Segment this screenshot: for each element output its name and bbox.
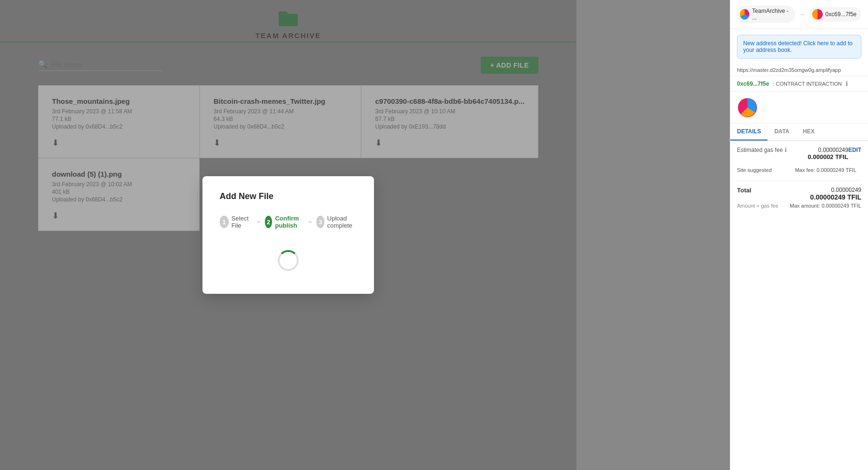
mm-details: EDIT Estimated gas fee ℹ 0.00000249 0.00…	[730, 141, 868, 470]
address-detection-banner[interactable]: New address detected! Click here to add …	[737, 35, 861, 59]
max-amount-value: 0.00000249 TFIL	[821, 203, 861, 209]
gas-fee-sub: 0.000002 TFIL	[799, 153, 848, 160]
total-values: 0.00000249 0.00000249 TFIL	[775, 187, 861, 201]
step-connector-2	[309, 221, 312, 222]
site-suggested-row: Site suggested Max fee: 0.00000249 TFIL	[737, 167, 861, 173]
step-3: 3 Upload complete	[316, 215, 357, 229]
contract-row: 0xc69...7f5e : CONTRACT INTERACTION ℹ	[730, 76, 868, 91]
step-number-1: 1	[222, 219, 226, 226]
step-number-3: 3	[319, 219, 322, 226]
total-row: Total 0.00000249 0.00000249 TFIL	[737, 187, 861, 201]
mm-topbar: TeamArchive - ... → 0xc69...7f5e	[730, 0, 868, 29]
contract-address: 0xc69...7f5e	[737, 80, 769, 87]
amount-gas-row: Amount + gas fee Max amount: 0.00000249 …	[737, 203, 861, 209]
stepper: 1 Select File 2 Confirm publish 3 Upl	[220, 215, 357, 229]
modal-overlay: Add New File 1 Select File 2 Confirm pub…	[0, 0, 576, 470]
step-label-3: Upload complete	[327, 215, 357, 229]
edit-link[interactable]: EDIT	[848, 147, 861, 153]
arrow-right-icon: →	[799, 10, 806, 18]
gas-fee-label: Estimated gas fee ℹ	[737, 147, 799, 153]
gas-fee-info-icon[interactable]: ℹ	[785, 147, 787, 153]
tab-details[interactable]: DETAILS	[730, 123, 767, 140]
contract-avatar	[812, 9, 823, 20]
step-circle-1: 1	[220, 216, 229, 228]
modal-title: Add New File	[220, 191, 357, 201]
tab-data[interactable]: DATA	[767, 123, 796, 140]
mm-account-pill[interactable]: TeamArchive - ...	[737, 6, 795, 23]
tab-hex[interactable]: HEX	[796, 123, 821, 140]
step-label-2: Confirm publish	[275, 215, 303, 229]
main-content: TEAM ARCHIVE 🔍 + ADD FILE Those_mountain…	[0, 0, 576, 470]
total-label: Total	[737, 187, 775, 194]
max-fee-label: Max fee:	[795, 167, 815, 173]
contract-pill-label: 0xc69...7f5e	[826, 11, 857, 18]
loading-spinner	[220, 246, 357, 275]
gas-fee-main: 0.00000249	[799, 147, 848, 153]
step-1: 1 Select File	[220, 215, 252, 229]
account-label: TeamArchive - ...	[752, 8, 790, 21]
max-amount-label: Max amount:	[790, 203, 820, 209]
pie-chart-wrap	[730, 91, 868, 123]
gas-fee-values: 0.00000249 0.000002 TFIL	[799, 147, 848, 160]
step-connector-1	[257, 221, 260, 222]
detail-divider	[737, 180, 861, 181]
step-2: 2 Confirm publish	[265, 215, 304, 229]
spinner	[278, 250, 299, 271]
add-file-modal: Add New File 1 Select File 2 Confirm pub…	[202, 176, 374, 294]
step-circle-3: 3	[316, 216, 324, 228]
info-icon[interactable]: ℹ	[846, 80, 848, 87]
mm-url: https://master.d2zd2m35omgw0g.amplifyapp	[730, 64, 868, 76]
mm-contract-pill[interactable]: 0xc69...7f5e	[809, 7, 861, 21]
max-fee-value: 0.00000249 TFIL	[817, 167, 857, 173]
amount-gas-label: Amount + gas fee	[737, 203, 785, 209]
total-main: 0.00000249	[775, 187, 861, 193]
step-number-2: 2	[267, 219, 270, 226]
account-avatar	[740, 9, 749, 20]
mm-tabs: DETAILS DATA HEX	[730, 123, 868, 141]
step-circle-2: 2	[265, 216, 273, 228]
amount-gas-value: Max amount: 0.00000249 TFIL	[785, 203, 861, 209]
step-label-1: Select File	[232, 215, 252, 229]
pie-chart	[737, 97, 758, 118]
total-sub: 0.00000249 TFIL	[775, 193, 861, 201]
metamask-panel: TeamArchive - ... → 0xc69...7f5e New add…	[730, 0, 868, 470]
contract-type-label: : CONTRACT INTERACTION	[773, 81, 842, 87]
gas-fee-row: Estimated gas fee ℹ 0.00000249 0.000002 …	[737, 147, 848, 160]
